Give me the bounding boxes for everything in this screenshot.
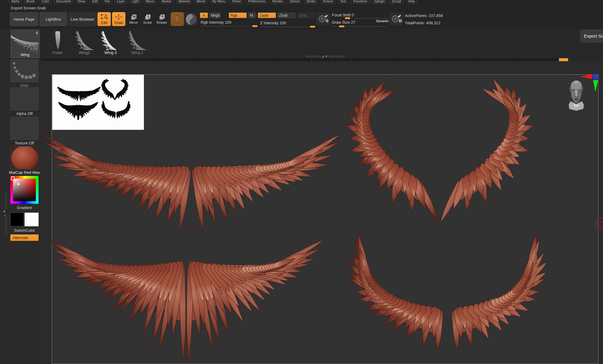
svg-text:S: S: [147, 15, 149, 19]
svg-text:M: M: [133, 15, 136, 19]
svg-text:R: R: [161, 15, 164, 19]
svg-text:D: D: [399, 19, 402, 23]
svg-text:S: S: [326, 19, 329, 23]
